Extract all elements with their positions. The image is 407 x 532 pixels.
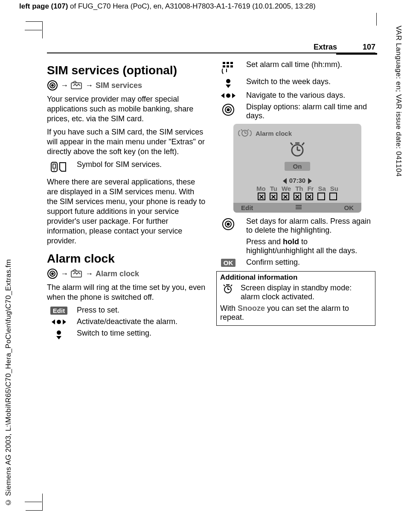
day-tu: Tu (270, 185, 277, 192)
day-mo: Mo (256, 185, 266, 192)
center-key-icon (47, 268, 58, 279)
checkbox-su (329, 193, 337, 200)
arrow-icon: → (85, 269, 93, 278)
center-key-icon (216, 102, 240, 116)
svg-point-44 (227, 223, 230, 226)
svg-marker-37 (283, 178, 287, 184)
nav-left-right-icon (47, 317, 71, 326)
svg-marker-23 (226, 85, 231, 88)
down2-text: Switch to the week days. (246, 77, 375, 86)
sim-paragraph-1: Your service provider may offer special … (47, 94, 206, 124)
phone-soft-right: OK (344, 204, 354, 211)
svg-point-6 (54, 170, 55, 171)
arrow-icon: → (61, 269, 68, 278)
sim-paragraph-2: If you have such a SIM card, the SIM ser… (47, 127, 206, 157)
day-labels: Mo Tu We Th Fr Sa Su (233, 185, 361, 192)
svg-point-9 (51, 272, 54, 275)
svg-marker-38 (308, 178, 312, 184)
sim-services-icon (47, 160, 71, 174)
svg-rect-21 (230, 65, 233, 67)
day-th: Th (295, 185, 303, 192)
checkbox-sa (317, 193, 325, 200)
nav-path-sim-label: SIM services (96, 81, 142, 90)
sim-symbol-row: Symbol for SIM services. (47, 160, 206, 174)
down2-row: Switch to the week days. (216, 77, 375, 88)
center2-text: Set days for alarm calls. Press again to… (246, 217, 375, 235)
svg-rect-20 (227, 65, 229, 67)
info-title: Additional information (220, 273, 372, 282)
edit-softkey: Edit (50, 307, 67, 315)
page-header: left page (107) of FUG_C70 Hera (PoC), e… (19, 2, 316, 11)
ok-text: Confirm setting. (246, 258, 375, 267)
svg-marker-15 (56, 336, 61, 339)
center-row: Display options: alarm call time and day… (216, 102, 375, 120)
svg-point-2 (51, 84, 54, 87)
phone-soft-menu-icon (295, 204, 302, 211)
checkbox-tu (270, 193, 277, 200)
alarm-title-icon (238, 129, 252, 137)
svg-point-14 (57, 330, 61, 335)
nav-path-alarm: → → Alarm clock (47, 268, 206, 279)
phone-title: Alarm clock (256, 130, 292, 137)
crop-mark-bottom-left-h (25, 502, 42, 502)
edit-text: Press to set. (77, 306, 206, 315)
alarm-small-icon (220, 284, 235, 294)
svg-marker-11 (52, 319, 55, 324)
nav-down-icon (216, 77, 240, 88)
phone-screen: Alarm clock On (233, 124, 361, 213)
phone-soft-left: Edit (241, 204, 253, 211)
day-sa: Sa (318, 185, 326, 192)
svg-rect-18 (230, 62, 233, 64)
alarm-big-icon (288, 152, 307, 159)
svg-rect-16 (223, 62, 225, 64)
ok-row: OK Confirm setting. (216, 258, 375, 267)
page-body: Extras 107 SIM services (optional) → → S… (47, 43, 375, 342)
alarm-time-row: 07:30 (233, 177, 361, 184)
keypad-icon (216, 60, 240, 75)
svg-point-29 (227, 108, 230, 111)
right-column: Set alarm call time (hh:mm). Switch to t… (216, 58, 375, 342)
alarm-time: 07:30 (288, 177, 306, 184)
svg-marker-13 (63, 319, 66, 324)
svg-point-12 (57, 320, 61, 324)
sim-paragraph-3: Where there are several applications, th… (47, 177, 206, 246)
extras-folder-icon (71, 269, 83, 278)
page-number: 107 (363, 43, 375, 52)
checkbox-th (294, 193, 301, 200)
day-checkboxes (233, 193, 361, 200)
section-name: Extras (314, 43, 337, 52)
running-head: Extras 107 (47, 43, 375, 53)
margin-note-right: VAR Language: en; VAR issue date: 041104 (394, 26, 403, 177)
center2-row: Set days for alarm calls. Press again to… (216, 217, 375, 235)
day-fr: Fr (307, 185, 314, 192)
nav-down-icon (47, 329, 71, 340)
svg-point-22 (226, 79, 230, 83)
checkbox-mo (258, 193, 265, 200)
svg-point-25 (226, 94, 230, 98)
arrow-icon: → (85, 81, 93, 90)
down-row: Switch to time setting. (47, 329, 206, 340)
svg-marker-24 (221, 93, 224, 98)
page-label-prefix: left page (107) (19, 2, 68, 10)
page-label-rest: of FUG_C70 Hera (PoC), en, A31008-H7803-… (68, 2, 315, 10)
info-line-1: Screen display in standby mode: alarm cl… (241, 284, 372, 301)
down-text: Switch to time setting. (77, 329, 206, 338)
margin-note-left: © Siemens AG 2003, L:\Mobil\R65\C70_Hera… (4, 259, 13, 506)
center-key-icon (216, 217, 240, 231)
svg-rect-5 (53, 164, 55, 168)
nav-left-right-icon (216, 91, 240, 99)
lr2-text: Navigate to the various days. (246, 91, 375, 100)
alarm-paragraph-1: The alarm will ring at the time set by y… (47, 283, 206, 302)
sim-symbol-text: Symbol for SIM services. (77, 160, 206, 169)
day-su: Su (330, 185, 338, 192)
left-column: SIM services (optional) → → SIM services… (47, 58, 206, 342)
nav-path-sim: → → SIM services (47, 80, 206, 91)
center-text: Display options: alarm call time and day… (246, 102, 375, 120)
center-key-icon (47, 80, 58, 91)
left-right-row: Activate/deactivate the alarm. (47, 317, 206, 326)
svg-rect-19 (223, 65, 225, 67)
heading-sim-services: SIM services (optional) (47, 64, 206, 77)
svg-rect-17 (227, 62, 229, 64)
hold-row: Press and hold to highlight/unhighlight … (216, 237, 375, 255)
nav-path-alarm-label: Alarm clock (96, 269, 139, 278)
